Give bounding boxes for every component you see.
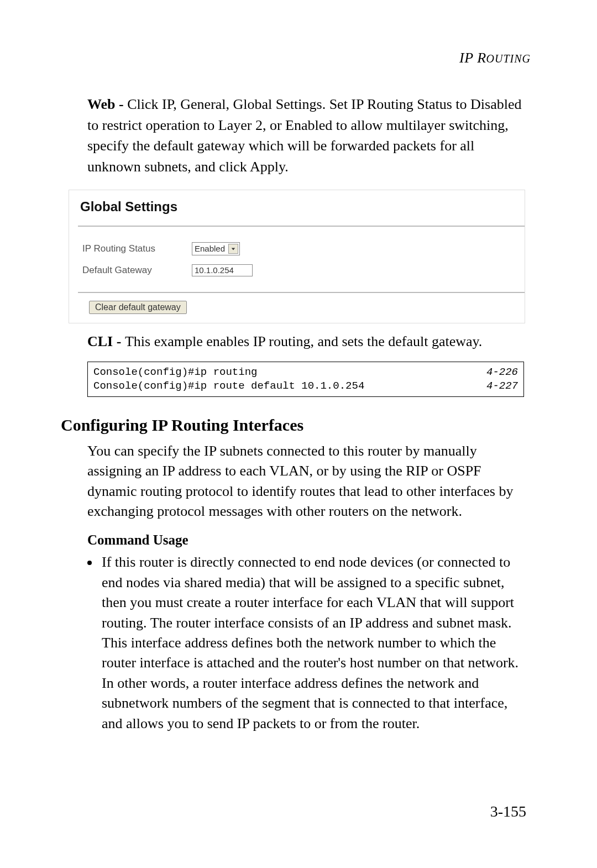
- panel-divider-bottom: [78, 292, 525, 293]
- settings-table: IP Routing Status Enabled Default Gatewa…: [80, 238, 290, 281]
- panel-inner: Global Settings IP Routing Status Enable…: [78, 199, 421, 314]
- chevron-down-icon: [228, 244, 238, 254]
- code-ref-1: 4-226: [486, 365, 518, 379]
- svg-marker-0: [232, 248, 235, 250]
- cli-prefix: CLI -: [87, 333, 125, 349]
- cell-default-gateway-control: 10.1.0.254: [190, 260, 290, 281]
- code-line-1: Console(config)#ip routing 4-226: [93, 365, 518, 379]
- default-gateway-input[interactable]: 10.1.0.254: [192, 264, 253, 276]
- header-smallcaps: OUTING: [486, 53, 531, 65]
- web-text: Click IP, General, Global Settings. Set …: [87, 96, 522, 175]
- web-paragraph: Web - Click IP, General, Global Settings…: [87, 94, 531, 177]
- row-ip-routing-status: IP Routing Status Enabled: [80, 238, 290, 260]
- command-usage-heading: Command Usage: [87, 532, 531, 548]
- page-number: 3-155: [490, 803, 526, 820]
- section-paragraph: You can specify the IP subnets connected…: [87, 441, 531, 522]
- cli-code-block: Console(config)#ip routing 4-226 Console…: [87, 362, 524, 396]
- label-ip-routing-status: IP Routing Status: [80, 238, 190, 260]
- cell-ip-routing-status-control: Enabled: [190, 238, 290, 260]
- command-usage-list: If this router is directly connected to …: [87, 552, 531, 734]
- header-main: IP R: [459, 50, 486, 66]
- page: IP ROUTING Web - Click IP, General, Glob…: [0, 0, 597, 868]
- web-prefix: Web -: [87, 96, 127, 112]
- code-ref-2: 4-227: [486, 379, 518, 393]
- global-settings-panel: Global Settings IP Routing Status Enable…: [69, 190, 525, 323]
- panel-divider-top: [78, 226, 525, 227]
- running-header: IP ROUTING: [61, 50, 531, 66]
- code-cmd-1: Console(config)#ip routing: [93, 365, 257, 379]
- ip-routing-status-select[interactable]: Enabled: [192, 242, 240, 255]
- panel-title: Global Settings: [78, 199, 421, 226]
- cli-text: This example enables IP routing, and set…: [125, 333, 482, 349]
- section-heading: Configuring IP Routing Interfaces: [61, 416, 531, 435]
- select-value: Enabled: [195, 244, 225, 253]
- code-line-2: Console(config)#ip route default 10.1.0.…: [93, 379, 518, 393]
- list-item: If this router is directly connected to …: [100, 552, 531, 734]
- label-default-gateway: Default Gateway: [80, 260, 190, 281]
- cli-paragraph: CLI - This example enables IP routing, a…: [87, 331, 531, 352]
- row-default-gateway: Default Gateway 10.1.0.254: [80, 260, 290, 281]
- clear-default-gateway-button[interactable]: Clear default gateway: [89, 301, 187, 314]
- code-cmd-2: Console(config)#ip route default 10.1.0.…: [93, 379, 364, 393]
